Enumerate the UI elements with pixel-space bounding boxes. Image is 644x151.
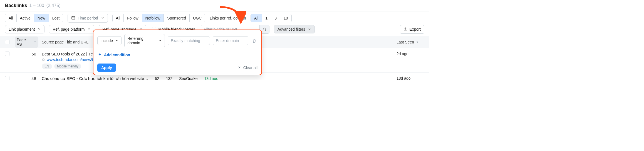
plus-icon: [98, 52, 102, 57]
ref-platform-label: Ref. page platform: [53, 27, 85, 31]
row-checkbox[interactable]: [5, 52, 9, 56]
lock-icon: [42, 57, 45, 62]
chevron-down-icon: [115, 38, 118, 43]
chevron-down-icon: [38, 27, 41, 31]
row-title: Các công cụ SEO - Cực hữu ích khi tối ưu…: [42, 76, 148, 80]
clear-all-button[interactable]: Clear all: [238, 65, 257, 70]
ref-platform-dropdown[interactable]: Ref. page platform: [49, 25, 94, 33]
follow-sponsored[interactable]: Sponsored: [164, 14, 190, 22]
follow-filter-group: All Follow Nofollow Sponsored UGC: [112, 14, 205, 22]
col-page-as[interactable]: Page AS: [15, 36, 38, 48]
row-last-seen: 13d ago: [397, 76, 424, 80]
condition-mode-label: Include: [100, 38, 113, 43]
search-icon: [262, 27, 266, 31]
sort-icon: [416, 40, 419, 44]
trash-icon: [252, 39, 256, 43]
chevron-down-icon: [87, 27, 91, 31]
svg-rect-2: [43, 59, 44, 61]
follow-all[interactable]: All: [113, 14, 124, 22]
condition-mode-select[interactable]: Include: [97, 36, 122, 45]
select-all-checkbox[interactable]: [5, 40, 9, 44]
export-button[interactable]: Export: [400, 25, 424, 34]
col-page-as-label: Page AS: [17, 38, 32, 47]
lpd-3[interactable]: 3: [271, 14, 280, 22]
lang-badge: EN: [42, 64, 52, 69]
time-period-label: Time period: [78, 16, 98, 20]
row-extra: 52: [155, 76, 159, 80]
row-page-as: 48: [15, 76, 38, 80]
link-placement-label: Link placement: [9, 27, 35, 31]
status-all[interactable]: All: [5, 14, 17, 22]
status-active[interactable]: Active: [17, 14, 34, 22]
clear-all-label: Clear all: [243, 65, 257, 70]
export-label: Export: [410, 27, 421, 31]
apply-button[interactable]: Apply: [97, 64, 116, 72]
status-lost[interactable]: Lost: [49, 14, 63, 22]
add-condition-label: Add condition: [104, 53, 130, 57]
col-source-label: Source page Title and URL: [42, 40, 88, 44]
chevron-down-icon: [158, 38, 162, 43]
lpd-1[interactable]: 1: [262, 14, 271, 22]
links-per-domain-group: All 1 3 10: [251, 14, 292, 22]
follow-follow[interactable]: Follow: [124, 14, 142, 22]
row-extra: SeoQuake: [179, 76, 197, 80]
delete-condition-button[interactable]: [251, 38, 257, 44]
svg-rect-0: [72, 16, 75, 19]
page-total: (2,475): [46, 3, 61, 8]
condition-value-input[interactable]: [213, 36, 248, 45]
lpd-10[interactable]: 10: [280, 14, 291, 22]
lpd-all[interactable]: All: [251, 14, 262, 22]
status-filter-group: All Active New Lost: [5, 14, 63, 22]
condition-field-select[interactable]: Referring domain: [124, 34, 165, 47]
condition-field-label: Referring domain: [127, 36, 156, 45]
time-period-dropdown[interactable]: Time period: [68, 14, 108, 23]
condition-match-input[interactable]: [168, 36, 210, 45]
follow-nofollow[interactable]: Nofollow: [142, 14, 164, 22]
chevron-down-icon: [101, 16, 104, 20]
row-extra: 13d ago: [204, 76, 218, 80]
sort-icon: [33, 40, 37, 44]
export-icon: [403, 27, 407, 32]
advanced-filters-popover: Include Referring domain Add condition: [93, 30, 262, 75]
calendar-icon: [71, 16, 75, 21]
follow-ugc[interactable]: UGC: [190, 14, 205, 22]
row-extra: 132: [166, 76, 172, 80]
mobile-friendly-badge: Mobile friendly: [54, 64, 81, 69]
row-checkbox[interactable]: [5, 76, 9, 80]
row-page-as: 60: [15, 52, 38, 56]
advanced-filters-label: Advanced filters: [278, 27, 305, 31]
page-range: 1 – 100: [29, 3, 44, 8]
col-last-seen[interactable]: Last Seen: [397, 40, 424, 44]
add-condition-button[interactable]: Add condition: [97, 51, 131, 58]
svg-point-1: [263, 28, 265, 30]
chevron-down-icon: [308, 27, 311, 31]
advanced-filters-button[interactable]: Advanced filters: [274, 25, 315, 33]
links-per-domain-label: Links per ref. domain: [210, 16, 246, 20]
col-last-seen-label: Last Seen: [397, 40, 414, 44]
status-new[interactable]: New: [34, 14, 49, 22]
close-icon: [238, 65, 241, 70]
link-placement-dropdown[interactable]: Link placement: [5, 25, 44, 33]
page-title: Backlinks: [5, 3, 27, 8]
row-last-seen: 2d ago: [397, 52, 424, 56]
